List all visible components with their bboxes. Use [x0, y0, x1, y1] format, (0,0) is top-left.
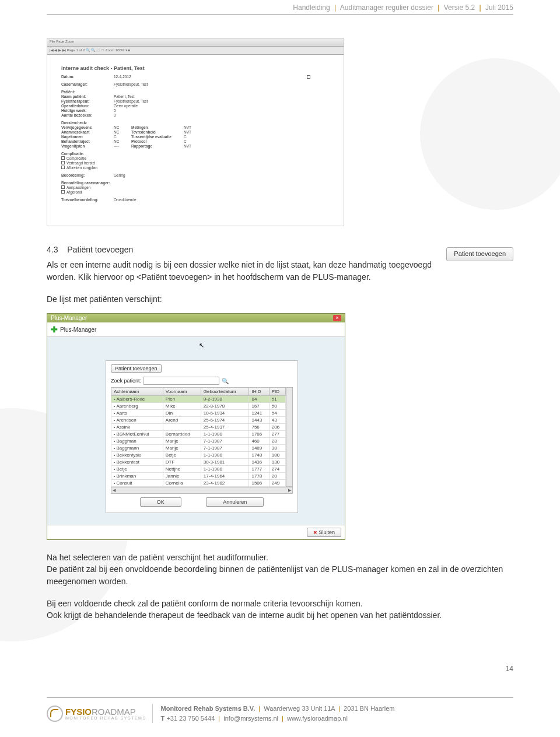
table-row[interactable]: BrinkmanJannie17-4-1964177820 [111, 473, 286, 480]
table-row[interactable]: BekkenfysioBetje1-1-19801748180 [111, 452, 286, 459]
dossier-field: Vragenlijsten----RapportageNVT [61, 144, 330, 148]
report-screenshot: File Page Zoom |◀ ◀ ▶ ▶| Page 1 of 2 🔍 🔍… [47, 38, 344, 226]
hdr-subtitle: Auditmanager regulier dossier [340, 3, 433, 12]
plus-manager-screenshot: Plus-Manager × ✚ Plus-Manager ↖ Patient … [47, 313, 345, 540]
horizontal-scrollbar[interactable]: ◀▶ [111, 487, 293, 494]
report-field: Fysiotherapeut:Fysiotherapeut, Test [61, 99, 330, 103]
patient-toevoegen-button-image: Patient toevoegen [446, 247, 513, 261]
page-footer: FYSIOROADMAP MONITORED REHAB SYSTEMS Mon… [47, 697, 513, 723]
search-icon[interactable]: 🔍 [222, 378, 229, 384]
column-header[interactable]: Achternaam [111, 388, 163, 396]
column-header[interactable]: Geboortedatum [201, 388, 249, 396]
dossier-field: NagekomenCTussentijdse evaluatieC [61, 135, 330, 139]
table-row[interactable]: Assink25-4-1937756206 [111, 424, 286, 431]
table-row[interactable]: BaggmannMarije7-1-1987148938 [111, 445, 286, 452]
report-field: Operatiedatum:Geen operatie [61, 104, 330, 108]
separator-icon: | [282, 715, 284, 722]
close-icon[interactable]: × [333, 315, 341, 321]
subheader-label: Plus-Manager [60, 327, 96, 333]
page-number: 14 [506, 665, 513, 673]
table-row[interactable]: ArendsenArend25-6-1974144343 [111, 417, 286, 424]
separator-icon: | [479, 3, 481, 12]
separator-icon: | [438, 3, 439, 12]
separator-icon: | [218, 715, 220, 722]
separator-icon: | [258, 705, 260, 712]
para: Ook krijgt de behandelende therapeut de … [47, 609, 513, 621]
window-subheader: ✚ Plus-Manager [47, 322, 345, 337]
dossier-field: AnamnesekaartNCTevredenheidNVT [61, 130, 330, 134]
window-title: Plus-Manager [51, 315, 87, 321]
para: Als er een interne audit nodig is bij ee… [47, 259, 513, 283]
cursor-icon: ↖ [199, 342, 204, 349]
vertical-scrollbar[interactable] [286, 387, 293, 487]
dossier-field: VerwijsgegevensNCMetingenNVT [61, 125, 330, 129]
search-input[interactable] [144, 377, 219, 385]
checkbox-icon [307, 75, 310, 79]
para: Bij een voldoende check zal de patiënt c… [47, 598, 513, 609]
hdr-title: Handleiding [293, 3, 330, 12]
hdr-version: Versie 5.2 [444, 3, 475, 12]
table-row[interactable]: ConsultCornelia23-4-19821506249 [111, 480, 286, 487]
column-header[interactable]: Voornaam [163, 388, 201, 396]
comp-item: Complicatie [61, 156, 330, 160]
hdr-date: Juli 2015 [485, 3, 513, 12]
report-field: Huidige week:5 [61, 108, 330, 113]
para: De lijst met patiënten verschijnt: [47, 293, 513, 305]
footer-logo: FYSIOROADMAP MONITORED REHAB SYSTEMS [47, 706, 146, 722]
patient-panel: Patient toevoegen Zoek patient: 🔍 Achter… [106, 360, 298, 513]
para: Na het selecteren van de patiënt verschi… [47, 552, 513, 563]
cancel-button[interactable]: Annuleren [206, 497, 264, 507]
dossier-field: BehandeltrajectNCProtocolC [61, 139, 330, 143]
footer-info: Monitored Rehab Systems B.V. | Waarderwe… [152, 704, 395, 723]
patient-table[interactable]: AchternaamVoornaamGeboortedatumIHIDPID A… [111, 387, 286, 487]
table-row[interactable]: AartsDini10-6-1934124154 [111, 410, 286, 417]
report-menu: File Page Zoom [47, 38, 344, 47]
comp-item: Vertraagd herstel [61, 161, 330, 165]
ok-button[interactable]: OK [140, 497, 181, 507]
table-row[interactable]: BaggmanMarije7-1-198746028 [111, 438, 286, 445]
table-row[interactable]: Aalbers-RodePien8-2-19388451 [111, 396, 286, 403]
patient-toevoegen-button[interactable]: Patient toevoegen [111, 364, 162, 373]
report-title: Interne audit check - Patient, Test [61, 65, 330, 71]
section-title: Patiënt toevoegen [67, 245, 133, 254]
plus-icon: ✚ [51, 325, 58, 334]
report-toolbar: |◀ ◀ ▶ ▶| Page 1 of 2 🔍 🔍 ⬜ ▭ Zoom 100% … [47, 47, 344, 55]
section-number: 4.3 [47, 245, 58, 254]
page-header: Handleiding | Auditmanager regulier doss… [47, 0, 513, 15]
table-row[interactable]: AarenbergMike22-8-197816750 [111, 403, 286, 410]
search-row: Zoek patient: 🔍 [111, 377, 293, 385]
bcm-item: Aanpassingen [61, 185, 330, 189]
report-field: Naam patiënt:Patient, Test [61, 94, 330, 99]
search-label: Zoek patient: [111, 378, 141, 384]
table-row[interactable]: BetjeNettjhe1-1-19801777274 [111, 466, 286, 473]
separator-icon: | [334, 3, 336, 12]
column-header[interactable]: IHID [249, 388, 269, 396]
report-field: Aantal bezoeken:0 [61, 113, 330, 117]
separator-icon: | [338, 705, 340, 712]
sluiten-button[interactable]: Sluiten [307, 528, 341, 537]
para: De patiënt zal bij een onvoldoende beoor… [47, 563, 513, 587]
comp-item: Afbreken zorgplan [61, 166, 330, 170]
section-4-3: Patient toevoegen 4.3 Patiënt toevoegen … [47, 244, 513, 305]
logo-icon [47, 706, 63, 722]
window-titlebar: Plus-Manager × [47, 314, 345, 322]
table-row[interactable]: BSNMetEenNulBernardddd1-1-19801786277 [111, 431, 286, 438]
bcm-item: Afgerond [61, 190, 330, 194]
column-header[interactable]: PID [269, 388, 286, 396]
table-row[interactable]: BekkentestDTF30-3-19811436130 [111, 459, 286, 466]
